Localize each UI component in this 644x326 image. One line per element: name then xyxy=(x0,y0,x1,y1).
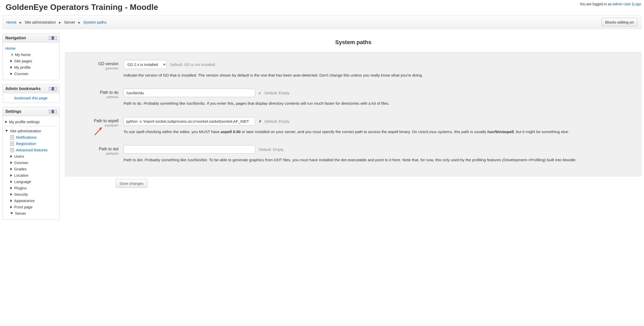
page-icon xyxy=(10,148,14,152)
breadcrumb-home[interactable]: Home xyxy=(6,20,16,24)
caret-down-icon[interactable] xyxy=(5,130,8,132)
caret-right-icon[interactable] xyxy=(10,155,12,158)
aspell-sublabel: aspellpath xyxy=(73,124,118,127)
aspell-default-hint: Default: Empty xyxy=(265,119,289,123)
divider xyxy=(5,126,57,126)
settings-block-title: Settings xyxy=(5,109,21,114)
bookmark-this-page-link[interactable]: bookmark this page xyxy=(3,93,59,103)
nav-home[interactable]: Home xyxy=(5,46,15,50)
block-move-icon[interactable] xyxy=(54,110,57,113)
block-dock-icon[interactable] xyxy=(52,110,54,113)
dot-label: Path to dot xyxy=(73,147,118,151)
caret-right-icon[interactable] xyxy=(10,206,12,208)
caret-right-icon[interactable] xyxy=(10,200,12,202)
nav-courses[interactable]: Courses xyxy=(14,71,28,76)
settings-site-admin[interactable]: Site administration xyxy=(10,129,41,133)
aspell-description: To use spell-checking within the editor,… xyxy=(124,129,634,135)
caret-right-icon[interactable] xyxy=(10,187,12,189)
settings-location[interactable]: Location xyxy=(14,173,29,177)
blocks-editing-button[interactable]: Blocks editing on xyxy=(601,18,638,27)
form-row-gdversion: GD version gdversion GD 2.x is installed… xyxy=(73,60,634,78)
settings-appearance[interactable]: Appearance xyxy=(14,198,35,203)
caret-right-icon[interactable] xyxy=(10,168,12,170)
gd-description: Indicate the version of GD that is insta… xyxy=(124,73,634,78)
settings-courses[interactable]: Courses xyxy=(14,160,28,165)
caret-right-icon[interactable] xyxy=(10,174,12,177)
path-to-du-input[interactable] xyxy=(124,89,255,97)
login-prefix: You are logged in as xyxy=(579,2,612,6)
bookmarks-block-title: Admin bookmarks xyxy=(5,86,41,91)
aspell-label: Path to aspell xyxy=(73,119,118,123)
form-panel: GD version gdversion GD 2.x is installed… xyxy=(65,52,641,176)
gd-label: GD version xyxy=(73,62,118,66)
form-row-pathtodu: Path to du pathtodu ✔ Default: Empty Pat… xyxy=(73,89,634,106)
block-move-icon[interactable] xyxy=(54,36,57,40)
nav-my-home[interactable]: My home xyxy=(15,52,31,57)
breadcrumb-sep-icon: ► xyxy=(58,21,62,24)
check-icon: ✔ xyxy=(259,91,261,95)
breadcrumb-sep-icon: ► xyxy=(78,21,81,24)
caret-right-icon[interactable] xyxy=(10,180,12,183)
settings-registration[interactable]: Registration xyxy=(16,141,36,146)
caret-right-icon[interactable] xyxy=(5,121,7,123)
breadcrumb-site-admin: Site administration xyxy=(25,20,56,24)
settings-users[interactable]: Users xyxy=(14,154,24,158)
dot-default-hint: Default: Empty xyxy=(259,147,284,152)
form-row-aspellpath: Path to aspell aspellpath ✘ Default: Emp… xyxy=(73,117,634,135)
bookmarks-block: Admin bookmarks bookmark this page xyxy=(3,84,59,103)
caret-right-icon[interactable] xyxy=(10,161,12,164)
gd-default-hint: Default: GD is not installed xyxy=(170,62,215,67)
nav-my-profile[interactable]: My profile xyxy=(14,65,31,69)
caret-right-icon[interactable] xyxy=(10,193,12,196)
x-icon: ✘ xyxy=(259,119,261,123)
du-default-hint: Default: Empty xyxy=(265,91,289,95)
breadcrumb: Home ► Site administration ► Server ► Sy… xyxy=(6,20,106,24)
navigation-block-title: Navigation xyxy=(5,36,26,40)
page-icon xyxy=(10,135,14,139)
gd-version-select[interactable]: GD 2.x is installed xyxy=(124,60,167,69)
settings-server[interactable]: Server xyxy=(15,211,26,215)
settings-language[interactable]: Language xyxy=(14,179,31,184)
navbar: Home ► Site administration ► Server ► Sy… xyxy=(3,15,641,29)
logout-link[interactable]: Logo xyxy=(633,2,641,6)
breadcrumb-system-paths[interactable]: System paths xyxy=(83,20,106,24)
save-changes-button[interactable]: Save changes xyxy=(116,179,147,188)
navigation-block: Navigation Home My home Site pages My pr… xyxy=(3,33,59,80)
settings-security[interactable]: Security xyxy=(14,192,28,196)
dot-sublabel: pathtodot xyxy=(73,152,118,155)
page-title: System paths xyxy=(65,39,641,46)
block-dock-icon[interactable] xyxy=(52,87,54,90)
page-icon xyxy=(10,142,14,146)
gd-sublabel: gdversion xyxy=(73,67,118,70)
settings-my-profile[interactable]: My profile settings xyxy=(9,120,40,124)
settings-block: Settings My profile settings Site admini… xyxy=(3,107,59,220)
login-user-link[interactable]: Admin User xyxy=(612,2,631,6)
breadcrumb-sep-icon: ► xyxy=(19,21,22,24)
nav-site-pages[interactable]: Site pages xyxy=(14,59,32,63)
login-info: You are logged in as Admin User (Logo xyxy=(579,2,641,6)
bullet-icon xyxy=(11,54,13,56)
du-description: Path to du. Probably something like /usr… xyxy=(124,101,634,106)
settings-notifications[interactable]: Notifications xyxy=(16,135,37,139)
settings-grades[interactable]: Grades xyxy=(14,167,27,171)
settings-plugins[interactable]: Plugins xyxy=(14,186,27,190)
caret-right-icon[interactable] xyxy=(10,60,12,62)
breadcrumb-server: Server xyxy=(64,20,75,24)
settings-front-page[interactable]: Front page xyxy=(14,205,33,209)
block-dock-icon[interactable] xyxy=(52,36,54,40)
path-to-aspell-input[interactable] xyxy=(124,117,255,125)
block-move-icon[interactable] xyxy=(54,87,57,90)
path-to-dot-input[interactable] xyxy=(124,145,255,154)
block-hide-icon[interactable] xyxy=(49,36,51,40)
du-label: Path to du xyxy=(73,90,118,95)
dot-description: Path to dot. Probably something like /us… xyxy=(124,157,634,163)
login-paren: ( xyxy=(631,2,633,6)
block-hide-icon[interactable] xyxy=(49,110,51,113)
caret-down-icon[interactable] xyxy=(10,212,13,214)
form-row-pathtodot: Path to dot pathtodot Default: Empty Pat… xyxy=(73,145,634,163)
block-hide-icon[interactable] xyxy=(49,87,51,90)
caret-right-icon[interactable] xyxy=(10,73,12,75)
site-title: GoldenEye Operators Training - Moodle xyxy=(3,2,161,15)
settings-advanced-features[interactable]: Advanced features xyxy=(16,148,48,152)
caret-right-icon[interactable] xyxy=(10,66,12,69)
